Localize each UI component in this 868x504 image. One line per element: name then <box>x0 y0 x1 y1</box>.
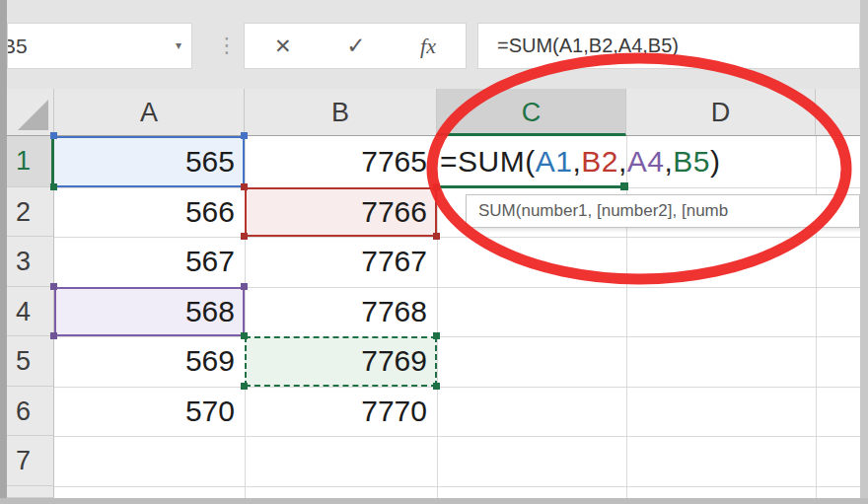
formula-bar-drag-dots-icon: ⋮ <box>212 23 242 69</box>
cell-b4-value[interactable]: 7768 <box>245 287 437 337</box>
selection-handle[interactable] <box>433 383 440 390</box>
selection-handle[interactable] <box>50 132 57 139</box>
formula-ref-b2: B2 <box>581 145 618 178</box>
selection-handle[interactable] <box>241 233 248 240</box>
selection-handle[interactable] <box>50 283 57 290</box>
column-header-e-clipped[interactable] <box>816 89 860 136</box>
cell-a2-value[interactable]: 566 <box>54 187 245 238</box>
cell-c1-formula-edit[interactable]: =SUM(A1,B2,A4,B5) <box>440 136 721 187</box>
column-header-c-active[interactable]: C <box>437 89 626 136</box>
formula-comma: , <box>618 145 627 178</box>
gridline-col-de <box>816 136 817 498</box>
selection-handle[interactable] <box>241 332 248 339</box>
column-header-d[interactable]: D <box>626 89 816 136</box>
gridline-col-cd <box>626 136 627 498</box>
selection-handle[interactable] <box>241 132 248 139</box>
formula-ref-a4: A4 <box>627 145 665 178</box>
cell-a1-value[interactable]: 565 <box>54 136 245 187</box>
cell-c1-fill-handle[interactable] <box>620 182 628 190</box>
cell-a3-value[interactable]: 567 <box>54 237 245 287</box>
cell-b5-value[interactable]: 7769 <box>245 336 437 387</box>
window-edge-left <box>0 0 7 504</box>
gridline-col-bc <box>437 136 438 498</box>
cancel-icon[interactable]: ✕ <box>274 35 292 58</box>
window-edge-right <box>860 0 868 504</box>
selection-handle[interactable] <box>433 233 440 240</box>
column-header-b[interactable]: B <box>245 89 437 136</box>
cell-c1-edit-border <box>437 185 620 188</box>
selection-handle[interactable] <box>241 283 248 290</box>
selection-handle[interactable] <box>241 383 248 390</box>
row-header-4[interactable]: 4 <box>7 287 54 337</box>
window-edge-bottom <box>0 498 868 504</box>
row-header-3[interactable]: 3 <box>7 237 54 287</box>
name-box[interactable]: B5 ▾ <box>7 23 192 69</box>
cell-a6-value[interactable]: 570 <box>54 387 245 437</box>
cell-b6-value[interactable]: 7770 <box>245 387 437 437</box>
row-header-5[interactable]: 5 <box>7 336 54 387</box>
formula-ref-a1: A1 <box>536 145 573 178</box>
select-all-corner[interactable] <box>7 89 54 136</box>
row-header-1-active[interactable]: 1 <box>7 136 54 187</box>
enter-icon[interactable]: ✓ <box>346 33 365 59</box>
gridline-row-78 <box>54 486 860 487</box>
row-header-6[interactable]: 6 <box>7 387 54 437</box>
cell-b3-value[interactable]: 7767 <box>245 237 437 287</box>
gridline-row-67 <box>54 436 860 437</box>
row-header-7[interactable]: 7 <box>7 436 54 486</box>
column-header-a[interactable]: A <box>54 89 245 136</box>
function-hint-tooltip: SUM(number1, [number2], [numb <box>466 194 860 228</box>
selection-handle[interactable] <box>241 183 248 190</box>
insert-function-icon[interactable]: fx <box>420 34 436 59</box>
select-all-triangle-icon <box>18 100 48 130</box>
formula-bar-input[interactable]: =SUM(A1,B2,A4,B5) <box>477 23 860 69</box>
function-hint-text: SUM(number1, [number2], [numb <box>478 201 728 220</box>
spreadsheet-grid: A B C D 1 2 3 4 5 6 7 <box>7 89 860 498</box>
selection-handle[interactable] <box>50 183 57 190</box>
name-box-value: B5 <box>7 24 28 68</box>
formula-bar-buttons: ✕ ✓ fx <box>244 23 467 69</box>
row-header-8-clipped[interactable] <box>7 486 54 499</box>
selection-handle[interactable] <box>433 332 440 339</box>
formula-bar-text: =SUM(A1,B2,A4,B5) <box>497 35 679 56</box>
cell-a5-value[interactable]: 569 <box>54 336 245 387</box>
formula-ref-b5: B5 <box>673 145 710 178</box>
formula-comma: , <box>572 145 581 178</box>
selection-handle[interactable] <box>50 332 57 339</box>
formula-part-close: ) <box>710 145 721 178</box>
excel-window: B5 ▾ ⋮ ✕ ✓ fx =SUM(A1,B2,A4,B5) A B C D … <box>0 0 868 504</box>
formula-part-function: =SUM( <box>440 145 536 178</box>
row-header-2[interactable]: 2 <box>7 187 54 238</box>
cell-b2-value[interactable]: 7766 <box>245 187 437 238</box>
cell-a4-value[interactable]: 568 <box>54 287 245 337</box>
formula-bar: B5 ▾ ⋮ ✕ ✓ fx =SUM(A1,B2,A4,B5) <box>7 0 860 89</box>
name-box-dropdown-icon[interactable]: ▾ <box>176 24 181 68</box>
cell-b1-value[interactable]: 7765 <box>245 136 437 187</box>
formula-comma: , <box>664 145 673 178</box>
